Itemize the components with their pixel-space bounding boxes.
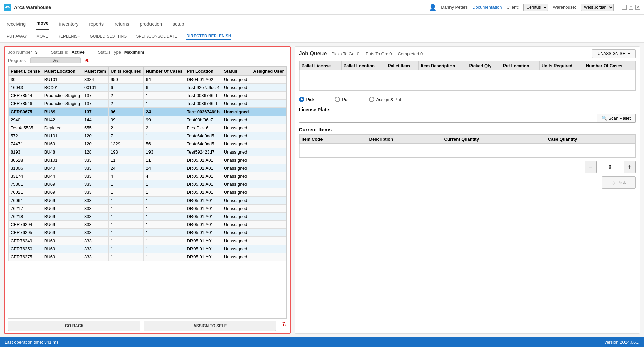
icol-case-qty: Case Quantity xyxy=(546,135,635,144)
subnav-replenish[interactable]: REPLENISH xyxy=(57,33,80,39)
nav-move[interactable]: move xyxy=(36,20,49,30)
table-row[interactable]: 76218BU6933311DR05.01.A01Unassigned xyxy=(9,213,286,221)
radio-pick-option[interactable]: Pick xyxy=(299,97,315,102)
table-row[interactable]: CER76295BU6933311DR05.01.A01Unassigned xyxy=(9,229,286,237)
assign-self-button[interactable]: ASSIGN TO SELF xyxy=(144,321,276,331)
table-row[interactable]: CER76375BU6933311DR05.01.A01Unassigned xyxy=(9,253,286,261)
step-7-label: 7. xyxy=(282,321,287,331)
subnav-move[interactable]: MOVE xyxy=(36,33,48,39)
status-id-field: Status Id Active xyxy=(51,50,85,55)
status-type-value: Maximum xyxy=(124,50,144,55)
nav-production[interactable]: production xyxy=(140,21,162,30)
table-row[interactable]: 30628BU1013331111DR05.01.A01Unassigned xyxy=(9,156,286,164)
close-btn[interactable]: ✕ xyxy=(635,5,640,10)
content-area: Job Number 3 Status Id Active Status Typ… xyxy=(0,43,644,337)
table-row[interactable]: CER76349BU6933311DR05.01.A01Unassigned xyxy=(9,237,286,245)
col-number-of-cases: Number Of Cases xyxy=(144,67,185,76)
table-row[interactable]: 16043BOX010010166Test-92e7a9dc-4Unassign… xyxy=(9,84,286,92)
table-row[interactable]: CER76294BU6933311DR05.01.A01Unassigned xyxy=(9,221,286,229)
table-row[interactable]: 572BU10112071Testc64e0ad5Unassigned xyxy=(9,132,286,140)
table-row[interactable]: CER78544ProductionStaging13721Test-00367… xyxy=(9,92,286,100)
progress-bar: 0% xyxy=(30,57,81,63)
subnav-guided-slotting[interactable]: GUIDED SLOTTING xyxy=(90,33,127,39)
job-queue-stats: Picks To Go: 0 Puts To Go: 0 Completed 0 xyxy=(331,51,423,56)
radio-row: Pick Put Assign & Put xyxy=(299,97,636,102)
nav-inventory[interactable]: inventory xyxy=(59,21,79,30)
qty-display: 0 xyxy=(597,161,624,173)
restore-btn[interactable]: □ xyxy=(629,5,633,10)
job-queue-header: Job Queue Picks To Go: 0 Puts To Go: 0 C… xyxy=(299,49,636,58)
items-table: Item Code Description Current Quantity C… xyxy=(299,135,635,157)
table-row[interactable]: 8193BU48128193193Test592423d7Unassigned xyxy=(9,148,286,156)
nav-setup[interactable]: setup xyxy=(173,21,184,30)
picks-to-go: Picks To Go: 0 xyxy=(331,51,359,56)
qcol-pallet-item: Pallet Item xyxy=(386,61,419,70)
table-row[interactable]: 2940BU421449999Test00bf96c7Unassigned xyxy=(9,116,286,124)
completed: Completed 0 xyxy=(398,51,423,56)
nav-returns[interactable]: returns xyxy=(115,21,129,30)
qcol-picked-qty: Picked Qty xyxy=(467,61,501,70)
warehouse-select[interactable]: West Jordan xyxy=(581,4,614,11)
status-id-value: Active xyxy=(72,50,85,55)
radio-put-option[interactable]: Put xyxy=(335,97,349,102)
queue-table-wrapper: Pallet License Pallet Location Pallet It… xyxy=(299,61,636,91)
documentation-link[interactable]: Documentation xyxy=(472,5,502,10)
subnav-split-consolidate[interactable]: SPLIT/CONSOLIDATE xyxy=(136,33,177,39)
go-back-button[interactable]: GO BACK xyxy=(8,321,140,331)
table-row[interactable]: 33174BU4433344DR05.01.A01Unassigned xyxy=(9,172,286,180)
table-row[interactable]: CER80675BU691379624Test-0036746f-bUnassi… xyxy=(9,108,286,116)
qty-decrease-button[interactable]: − xyxy=(585,161,597,173)
col-units-required: Units Required xyxy=(109,67,144,76)
quantity-row: − 0 + xyxy=(299,161,636,173)
pick-action-button[interactable]: ◇ Pick xyxy=(602,176,636,189)
items-empty-row xyxy=(299,144,635,157)
table-row[interactable]: 76217BU6933311DR05.01.A01Unassigned xyxy=(9,205,286,213)
qty-increase-button[interactable]: + xyxy=(624,161,636,173)
pick-btn-row: ◇ Pick xyxy=(299,176,636,189)
radio-pick-circle xyxy=(299,97,304,102)
table-row[interactable]: Test4c5535Depleted55522Flex Pick 6Unassi… xyxy=(9,124,286,132)
job-info-row: Job Number 3 Status Id Active Status Typ… xyxy=(8,50,287,55)
qcol-pallet-location: Pallet Location xyxy=(341,61,386,70)
table-row[interactable]: 76021BU6933311DR05.01.A01Unassigned xyxy=(9,188,286,197)
step-6-label: 6. xyxy=(85,58,90,63)
version-text: version 2024.06... xyxy=(605,340,639,345)
col-status: Status xyxy=(222,67,251,76)
client-select[interactable]: Cerritus xyxy=(523,4,548,11)
radio-assign-put-option[interactable]: Assign & Put xyxy=(369,97,401,102)
table-row[interactable]: CER76350BU6933311DR05.01.A01Unassigned xyxy=(9,245,286,253)
table-row[interactable]: CER78546ProductionStaging13721Test-00367… xyxy=(9,100,286,108)
bottom-buttons: GO BACK ASSIGN TO SELF 7. xyxy=(8,321,287,331)
table-row[interactable]: 31806BU403332424DR05.01.A01Unassigned xyxy=(9,164,286,172)
scan-pallet-button[interactable]: 🔍 Scan Pallet xyxy=(597,114,636,123)
user-name: Danny Peters xyxy=(441,5,468,10)
job-number-field: Job Number 3 xyxy=(8,50,38,55)
unassign-self-button[interactable]: UNASSIGN SELF xyxy=(592,49,636,58)
top-bar: AW Arca Warehouse 👤 Danny Peters Documen… xyxy=(0,0,644,15)
queue-table: Pallet License Pallet Location Pallet It… xyxy=(299,61,635,90)
qcol-units-required: Units Required xyxy=(539,61,584,70)
table-row[interactable]: 75861BU6933311DR05.01.A01Unassigned xyxy=(9,180,286,188)
qcol-number-of-cases: Number Of Cases xyxy=(584,61,635,70)
progress-label: Progress xyxy=(8,58,26,63)
col-assigned-user: Assigned User xyxy=(251,67,286,76)
col-put-location: Put Location xyxy=(185,67,222,76)
warehouse-label: Warehouse: xyxy=(553,5,576,10)
subnav-put-away[interactable]: PUT AWAY xyxy=(7,33,27,39)
window-controls: _ □ ✕ xyxy=(622,5,640,10)
license-plate-input[interactable] xyxy=(299,114,597,123)
table-row[interactable]: 76061BU6933311DR05.01.A01Unassigned xyxy=(9,197,286,205)
right-panel: Job Queue Picks To Go: 0 Puts To Go: 0 C… xyxy=(295,46,640,334)
user-icon: 👤 xyxy=(429,4,436,11)
col-pallet-license: Pallet License xyxy=(9,67,42,76)
job-number-label: Job Number xyxy=(8,50,32,55)
table-row[interactable]: 30BU101333495064DR04.01.A02Unassigned xyxy=(9,76,286,84)
table-row[interactable]: 74471BU69120132956Testc64e0ad5Unassigned xyxy=(9,140,286,148)
data-table-wrapper[interactable]: Pallet License Pallet Location Pallet It… xyxy=(8,66,287,319)
icol-current-qty: Current Quantity xyxy=(442,135,546,144)
status-bar: Last operation time: 341 ms version 2024… xyxy=(0,337,644,347)
nav-receiving[interactable]: receiving xyxy=(7,21,26,30)
nav-reports[interactable]: reports xyxy=(89,21,104,30)
subnav-directed-replenish[interactable]: DIRECTED REPLENISH xyxy=(186,33,231,40)
minimize-btn[interactable]: _ xyxy=(622,5,627,10)
